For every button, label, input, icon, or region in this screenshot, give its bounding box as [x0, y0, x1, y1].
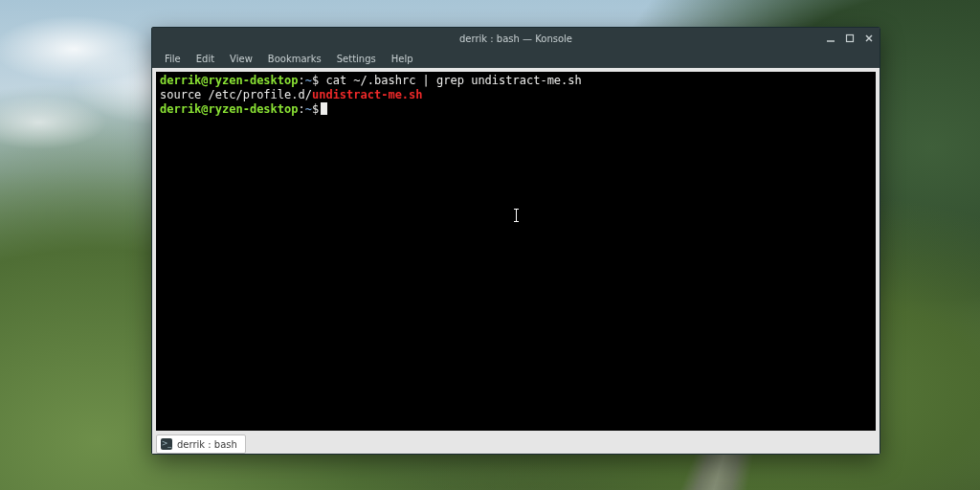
terminal-cursor	[321, 102, 327, 115]
prompt-user-host: derrik@ryzen-desktop	[160, 102, 299, 116]
minimize-icon	[826, 33, 835, 43]
konsole-window: derrik : bash — Konsole File Edit View B…	[151, 27, 880, 455]
tab-bar: >_ derrik : bash	[152, 434, 880, 454]
terminal-icon: >_	[161, 438, 172, 450]
menu-bookmarks[interactable]: Bookmarks	[261, 52, 328, 66]
prompt-cwd: ~	[305, 74, 312, 87]
window-title: derrik : bash — Konsole	[152, 33, 880, 44]
window-titlebar[interactable]: derrik : bash — Konsole	[152, 28, 880, 49]
terminal-viewport[interactable]: derrik@ryzen-desktop:~$ cat ~/.bashrc | …	[156, 72, 876, 431]
prompt-sep: :	[299, 102, 305, 116]
menu-settings[interactable]: Settings	[330, 52, 383, 66]
tab-active[interactable]: >_ derrik : bash	[156, 434, 246, 454]
menu-view[interactable]: View	[223, 52, 259, 66]
close-icon	[864, 33, 874, 43]
maximize-button[interactable]	[843, 32, 857, 45]
minimize-button[interactable]	[824, 32, 837, 45]
desktop-wallpaper: derrik : bash — Konsole File Edit View B…	[0, 0, 980, 490]
command-text: cat ~/.bashrc | grep undistract-me.sh	[325, 74, 581, 87]
menu-file[interactable]: File	[158, 52, 188, 66]
prompt-suffix: $	[312, 102, 319, 116]
text-cursor-ibeam-icon	[516, 209, 517, 222]
svg-rect-1	[847, 35, 854, 42]
output-text: source /etc/profile.d/	[160, 88, 312, 101]
maximize-icon	[845, 33, 855, 43]
menubar: File Edit View Bookmarks Settings Help	[152, 49, 880, 68]
window-controls	[824, 28, 876, 49]
menu-help[interactable]: Help	[385, 52, 420, 66]
grep-match: undistract-me.sh	[312, 88, 423, 101]
menu-edit[interactable]: Edit	[189, 52, 221, 66]
prompt-user-host: derrik@ryzen-desktop	[160, 74, 299, 87]
tab-label: derrik : bash	[177, 439, 237, 450]
close-button[interactable]	[862, 32, 876, 45]
prompt-cwd: ~	[305, 102, 312, 116]
terminal-container: derrik@ryzen-desktop:~$ cat ~/.bashrc | …	[152, 68, 880, 434]
prompt-sep: :	[299, 74, 305, 87]
